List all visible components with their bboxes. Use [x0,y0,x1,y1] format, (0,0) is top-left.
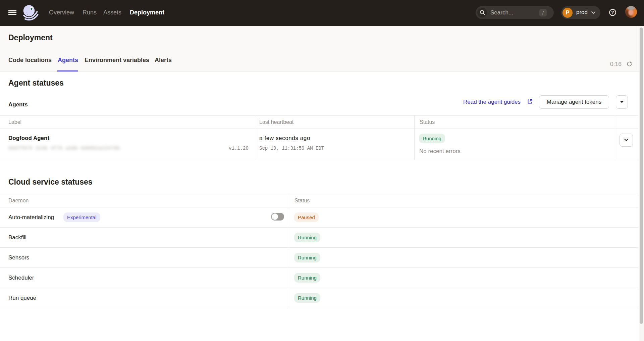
svg-text:?: ? [611,10,614,15]
